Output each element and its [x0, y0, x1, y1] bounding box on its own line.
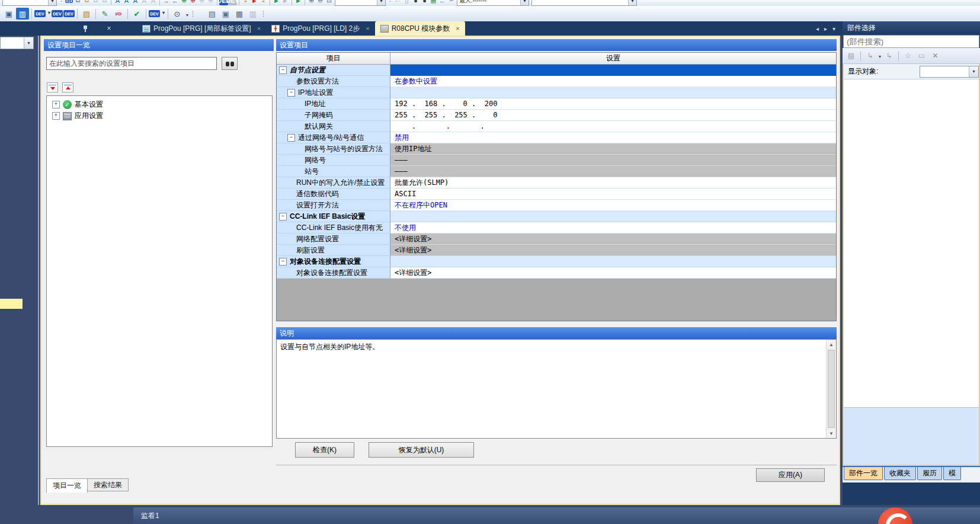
label-area-icon[interactable]: ▦ — [233, 8, 246, 20]
watch-combobox[interactable]: ▾ — [531, 0, 637, 6]
expand-tree-icon[interactable] — [47, 82, 58, 92]
value-cell[interactable]: 不在程序中OPEN — [390, 200, 836, 211]
table-row[interactable]: 通信数据代码ASCII — [277, 188, 836, 200]
grid-monitor-icon[interactable]: ▦ — [429, 0, 438, 5]
delete-item-icon[interactable]: ✕ — [929, 50, 941, 61]
tab-list-menu-icon[interactable]: ▾ — [832, 25, 835, 32]
combobox-dropdown-icon[interactable]: ▾ — [24, 37, 33, 49]
tab-part-list[interactable]: 部件一览 — [844, 467, 883, 480]
tree-item-application-settings[interactable]: 应用设置 — [47, 110, 272, 122]
find-device-icon[interactable]: A — [113, 0, 122, 5]
display-target-dropdown[interactable]: ▾ — [920, 66, 979, 78]
value-cell[interactable]: 在参数中设置 — [390, 76, 836, 87]
watch-device-input[interactable] — [1, 37, 24, 49]
search-disabled-2-icon[interactable]: ⊕ — [206, 0, 215, 5]
table-row[interactable]: 站号——— — [277, 166, 836, 177]
table-row[interactable]: 设置打开方法不在程序中OPEN — [277, 200, 836, 211]
table-row[interactable]: CC-Link IEF Basic使用有无不使用 — [277, 222, 836, 234]
tab-progpou-ladder[interactable]: ProgPou [PRG] [LD] 2步 × — [266, 21, 375, 36]
combobox-dropdown-icon[interactable]: ▾ — [377, 0, 385, 5]
check-button[interactable]: 检查(K) — [295, 442, 354, 458]
toolbar-overflow-icon[interactable]: ⋮ — [190, 10, 196, 18]
jump-prev-icon[interactable]: ← — [171, 0, 180, 5]
value-cell[interactable]: 192 . 168 . 0 . 200 — [390, 98, 836, 110]
dropdown-arrow-icon[interactable]: ▾ — [48, 10, 50, 15]
expand-node-icon[interactable] — [52, 101, 60, 108]
find-disabled-1-icon[interactable]: A — [140, 0, 149, 5]
copy-disabled-icon[interactable]: ⧉ — [91, 0, 100, 5]
max-combobox[interactable]: 最大:-------▾ — [457, 0, 529, 6]
dropdown-arrow-icon[interactable]: ▾ — [162, 10, 165, 15]
search-ok-icon[interactable]: ⊕ — [180, 0, 188, 5]
collapse-expander-icon[interactable] — [287, 134, 295, 142]
table-row[interactable]: IP地址192 . 168 . 0 . 200 — [277, 98, 836, 110]
stop-2-icon[interactable]: ● — [420, 0, 429, 5]
value-cell[interactable]: ASCII — [390, 188, 836, 200]
collapse-expander-icon[interactable] — [279, 213, 287, 221]
search-button[interactable] — [222, 57, 238, 70]
device-display-dropdown-icon[interactable]: DEV▾ — [149, 10, 160, 17]
copy-icon[interactable]: ⧉ — [73, 0, 82, 5]
value-cell[interactable]: 不使用 — [390, 222, 836, 234]
table-row[interactable]: IP地址设置 — [277, 87, 836, 98]
table-row[interactable]: 自节点设置 — [277, 65, 836, 76]
value-cell[interactable]: 批量允许(SLMP) — [390, 177, 836, 188]
description-scrollbar[interactable]: ▲ ▼ — [826, 340, 836, 438]
find-string-icon[interactable]: A — [131, 0, 140, 5]
tab-module[interactable]: 模 — [943, 467, 961, 480]
marker-icon[interactable]: ⚑ — [447, 0, 456, 5]
watch-step-icon[interactable]: ▱ — [393, 0, 402, 5]
value-cell[interactable]: 255 . 255 . 255 . 0 — [390, 110, 836, 121]
program-check-icon[interactable]: ✔ — [130, 8, 143, 20]
device-batch-icon[interactable]: DEV — [63, 10, 75, 17]
tab-favorites[interactable]: 收藏夹 — [884, 467, 916, 480]
value-cell[interactable]: <详细设置> — [390, 234, 836, 245]
table-row[interactable]: CC-Link IEF Basic设置 — [277, 211, 836, 222]
tab-scroll-left-icon[interactable]: ◂ — [816, 25, 819, 32]
combobox-dropdown-icon[interactable]: ▾ — [969, 66, 978, 77]
parameter-setting-icon[interactable]: ▤ — [80, 8, 93, 20]
toolbar-overflow-icon[interactable]: ⋮ — [260, 10, 267, 18]
device-test-off-icon[interactable]: DEV — [228, 0, 237, 5]
tab-close-icon[interactable]: × — [456, 25, 459, 32]
paste-icon[interactable]: ⧉ — [82, 0, 91, 5]
watch-device-combobox[interactable]: ▾ — [0, 37, 34, 49]
find-disabled-2-icon[interactable]: A — [149, 0, 158, 5]
table-row[interactable]: 网络配置设置<详细设置> — [277, 234, 836, 245]
find-instruction-icon[interactable]: A — [122, 0, 131, 5]
tab-close-icon[interactable]: × — [257, 25, 261, 32]
window-dock-icon[interactable]: ▣ — [2, 8, 15, 20]
table-row[interactable]: 网络号与站号的设置方法使用IP地址 — [277, 143, 836, 155]
collapse-expander-icon[interactable] — [279, 66, 287, 74]
scrollbar-thumb[interactable] — [828, 350, 835, 428]
combobox-dropdown-icon[interactable]: ▾ — [520, 0, 529, 5]
stop-1-icon[interactable]: ● — [411, 0, 420, 5]
part-search-input[interactable] — [843, 35, 979, 48]
tab-history[interactable]: 履历 — [917, 467, 942, 480]
pin-icon[interactable] — [80, 23, 91, 34]
close-pane-icon[interactable]: × — [104, 23, 114, 34]
value-cell[interactable]: <详细设置> — [390, 267, 836, 279]
search-ng-icon[interactable]: ⊕ — [188, 0, 197, 5]
dropdown-arrow-icon[interactable]: ▾ — [879, 54, 881, 59]
ladder-block-icon[interactable]: ▤ — [206, 8, 219, 20]
part-list-area[interactable] — [844, 79, 979, 407]
expand-node-icon[interactable] — [52, 112, 60, 120]
watch-window-header[interactable]: 监看1 — [133, 507, 980, 524]
device-search-dropdown-icon[interactable]: ⊙▾ — [171, 8, 184, 20]
value-cell[interactable]: <详细设置> — [390, 245, 836, 256]
label-editor-icon[interactable]: ✎ — [98, 8, 111, 20]
step-down-1-icon[interactable]: ⇣ — [241, 0, 250, 5]
hide-pou-icon[interactable]: ↳ — [883, 50, 895, 61]
collapse-expander-icon[interactable] — [287, 89, 295, 97]
table-row[interactable]: 网络号——— — [277, 155, 836, 166]
show-pou-dropdown-icon[interactable]: ↳▾ — [864, 50, 876, 61]
table-row[interactable]: 通过网络号/站号通信禁用 — [277, 132, 836, 143]
cross-reference-icon[interactable]: db — [65, 0, 73, 5]
table-row[interactable]: 刷新设置<详细设置> — [277, 245, 836, 256]
setting-search-input[interactable] — [46, 57, 217, 70]
back-arrow-icon[interactable]: ← — [438, 0, 447, 5]
restore-default-button[interactable]: 恢复为默认(U) — [369, 442, 474, 458]
value-cell[interactable]: 禁用 — [390, 132, 836, 143]
jump-exec-icon[interactable]: ► — [250, 0, 259, 5]
